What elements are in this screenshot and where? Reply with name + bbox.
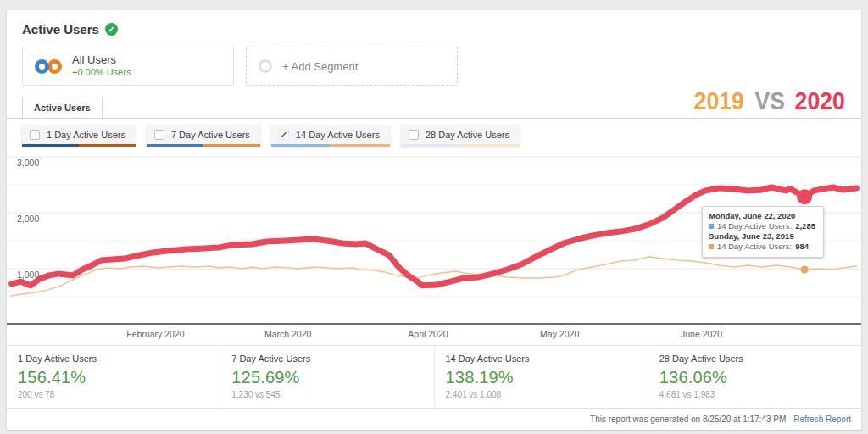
- tooltip-date-2019: Sunday, June 23, 2019: [709, 231, 815, 242]
- comparison-years: 2019 VS 2020: [692, 87, 848, 115]
- segment-delta: +0.00% Users: [72, 67, 131, 79]
- toggle-underline: [271, 144, 390, 147]
- svg-text:3,000: 3,000: [17, 158, 39, 168]
- report-footer: This report was generated on 8/25/20 at …: [7, 408, 861, 430]
- stat-7-day: 7 Day Active Users 125.69% 1,230 vs 545: [220, 346, 433, 408]
- tooltip-row-2020: 14 Day Active Users: 2,285: [709, 221, 815, 231]
- stat-28-day: 28 Day Active Users 136.06% 4,681 vs 1,9…: [648, 346, 861, 408]
- stat-percent: 125.69%: [231, 368, 433, 387]
- toggle-7-day-active-users[interactable]: 7 Day Active Users: [147, 125, 260, 147]
- svg-text:April 2020: April 2020: [408, 329, 448, 339]
- year-2019-label: 2019: [694, 87, 744, 115]
- stat-comparison: 2,401 vs 1,008: [446, 390, 648, 399]
- checkbox-checked-icon[interactable]: ✓: [279, 130, 289, 140]
- series-2019-swatch-icon: [709, 244, 714, 249]
- stat-comparison: 4,681 vs 1,983: [659, 390, 861, 399]
- stat-percent: 156.41%: [18, 368, 220, 387]
- add-segment-label: + Add Segment: [282, 60, 358, 73]
- tooltip-date-2020: Monday, June 22, 2020: [709, 211, 815, 221]
- stat-14-day: 14 Day Active Users 138.19% 2,401 vs 1,0…: [434, 346, 648, 408]
- svg-text:May 2020: May 2020: [540, 329, 579, 339]
- svg-text:February 2020: February 2020: [126, 329, 184, 339]
- verified-shield-icon: ✓: [105, 23, 118, 36]
- svg-text:1,000: 1,000: [17, 270, 39, 280]
- checkbox-icon[interactable]: [154, 130, 164, 140]
- series-2020-swatch-icon: [709, 224, 714, 229]
- stat-1-day: 1 Day Active Users 156.41% 200 vs 78: [7, 346, 220, 408]
- metric-toggle-bar: 1 Day Active Users 7 Day Active Users ✓ …: [7, 119, 861, 155]
- segment-ring-orange-icon: [47, 59, 62, 74]
- toggle-28-day-active-users[interactable]: 28 Day Active Users: [401, 125, 520, 147]
- page-title: Active Users: [22, 22, 99, 36]
- toggle-14-day-active-users[interactable]: ✓ 14 Day Active Users: [271, 125, 390, 147]
- year-2020-label: 2020: [795, 87, 845, 115]
- stat-comparison: 200 vs 78: [18, 390, 220, 399]
- toggle-1-day-active-users[interactable]: 1 Day Active Users: [22, 125, 136, 147]
- stat-percent: 136.06%: [659, 368, 861, 387]
- svg-text:March 2020: March 2020: [264, 329, 312, 339]
- toggle-underline: [401, 144, 520, 147]
- report-header: Active Users ✓: [7, 10, 861, 42]
- line-chart[interactable]: 3,0002,0001,000February 2020March 2020Ap…: [7, 155, 861, 345]
- svg-text:2,000: 2,000: [17, 214, 39, 224]
- toggle-underline: [147, 144, 260, 147]
- tab-bar: Active Users 2019 VS 2020: [7, 96, 861, 119]
- chart-tooltip: Monday, June 22, 2020 14 Day Active User…: [702, 206, 824, 258]
- summary-stats: 1 Day Active Users 156.41% 200 vs 78 7 D…: [7, 345, 861, 408]
- tooltip-value-2020: 2,285: [795, 221, 815, 231]
- segment-all-users[interactable]: All Users +0.00% Users: [22, 47, 234, 86]
- refresh-report-link[interactable]: Refresh Report: [793, 415, 851, 424]
- segment-ring-blue-icon: [35, 59, 49, 74]
- stat-comparison: 1,230 vs 545: [231, 390, 433, 399]
- vs-label: VS: [754, 87, 785, 115]
- tooltip-row-2019: 14 Day Active Users: 984: [709, 242, 815, 252]
- toggle-underline: [22, 144, 136, 147]
- tab-active-users[interactable]: Active Users: [22, 97, 103, 118]
- checkbox-icon[interactable]: [409, 130, 419, 140]
- stat-percent: 138.19%: [446, 368, 648, 387]
- svg-text:June 2020: June 2020: [681, 329, 722, 339]
- generated-text: This report was generated on 8/25/20 at …: [590, 415, 791, 424]
- add-segment-button[interactable]: + Add Segment: [246, 47, 458, 86]
- segment-name: All Users: [72, 53, 131, 67]
- report-panel: Active Users ✓ All Users +0.00% Users + …: [7, 10, 861, 430]
- checkbox-icon[interactable]: [30, 130, 40, 140]
- tooltip-value-2019: 984: [795, 242, 809, 252]
- empty-circle-icon: [259, 59, 272, 73]
